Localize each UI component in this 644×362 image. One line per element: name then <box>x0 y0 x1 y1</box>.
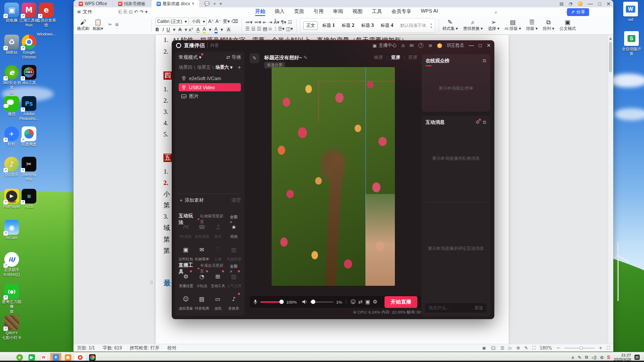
menu-item-视图[interactable]: 视图 <box>352 8 362 16</box>
eye-icon[interactable]: ◉ <box>482 346 486 350</box>
layout-icon[interactable]: ▤ <box>560 1 564 6</box>
microphone-icon[interactable] <box>253 299 258 305</box>
desktop-icon-qinyy[interactable]: QINYY 七彩小灯卡 <box>2 315 22 340</box>
live-companion[interactable]: ✦ <box>50 353 61 362</box>
tray-clock[interactable]: 21:27 2025/4/28 <box>614 353 631 362</box>
director-toggle[interactable]: ⇄ 导播 <box>226 54 241 61</box>
mode-select[interactable]: 常规模式 ▾ <box>179 54 202 61</box>
ribbon-group-选择[interactable]: ➢选择 ▾ <box>488 19 499 32</box>
zoom-slider[interactable] <box>564 348 595 349</box>
messages-popout-icon[interactable]: ⧉ <box>483 120 486 125</box>
menu-item-插入[interactable]: 插入 <box>275 8 285 16</box>
desktop-icon-worddoc[interactable]: Wuid <box>619 2 642 22</box>
menu-item-审阅[interactable]: 审阅 <box>333 8 343 16</box>
speaker-icon[interactable] <box>302 299 308 304</box>
tools-人气王牌[interactable]: ▨人气王牌 <box>226 271 242 289</box>
stream-title[interactable]: 标题还没有想好~ ✎ <box>264 55 308 61</box>
desktop-icon-exceldoc[interactable]: S全自动版计算 <box>620 31 643 56</box>
tools-小玩法[interactable]: ◔小玩法 <box>194 271 210 289</box>
desktop-icon-ivcam[interactable]: iVCam <box>2 220 22 240</box>
source-item[interactable]: e2eSoft iVCam <box>179 74 241 82</box>
chat-bubble-icon[interactable]: ✉ <box>410 43 413 48</box>
live-close-button[interactable]: ✕ <box>487 42 491 48</box>
scene-tab-场景四[interactable]: 场景四 <box>179 65 192 71</box>
obs-app[interactable] <box>74 353 86 362</box>
paragraph-icons-row2[interactable]: ☰ ☱ ☲ ▤ ⌸ ⋮☰▾ ◫▾ <box>245 26 293 32</box>
notification-center-icon[interactable]: ▤ <box>634 355 640 360</box>
clipboard-small-icons[interactable]: ✂⧉ <box>106 22 148 29</box>
mirror-flip-icon[interactable]: ⇄ <box>358 299 362 305</box>
live-maximize-button[interactable]: □ <box>479 42 482 48</box>
headset-icon[interactable]: ∩ <box>401 43 405 48</box>
wps-office[interactable]: W <box>38 353 49 362</box>
gallery-scroll-arrows[interactable]: ▴ ▾ <box>430 22 432 29</box>
style-chip[interactable]: 标题 3 <box>359 21 376 29</box>
orientation-竖屏[interactable]: 竖屏 <box>391 55 400 61</box>
add-material-button[interactable]: ＋ 添加素材 <box>179 197 204 204</box>
tools-直播设置[interactable]: ⚙直播设置 <box>178 271 194 289</box>
file-menu[interactable]: ≡ 文件 <box>77 9 92 15</box>
style-chip[interactable]: 正文 <box>303 21 318 30</box>
messages-settings-icon[interactable]: ⚙ <box>475 120 480 125</box>
interact-语音连线[interactable]: ☎语音连线 <box>194 221 210 239</box>
share-button[interactable]: ⇗ 分享 <box>567 8 589 16</box>
menu-item-页面[interactable]: 页面 <box>294 8 304 16</box>
status-item[interactable]: 字数: 619 <box>103 345 122 350</box>
clear-button[interactable]: 清空 <box>231 197 241 204</box>
scene-tab-场景六[interactable]: 场景六 ▾ <box>215 65 233 71</box>
interact-心愿[interactable]: ♡心愿 <box>210 244 226 262</box>
zoom-out-button[interactable]: − <box>556 346 560 350</box>
settings-gear-icon[interactable]: ⚙ <box>373 299 378 305</box>
tray-expand-icon[interactable]: ∧ <box>571 355 574 360</box>
source-item[interactable]: USB3 Video <box>179 83 241 91</box>
wps-tab[interactable]: W找靠壳模板 <box>113 0 151 7</box>
interact-音乐[interactable]: ♫音乐 <box>210 221 226 239</box>
color-wheel-app[interactable] <box>87 353 98 362</box>
help-icon[interactable]: ? <box>418 43 423 48</box>
wps-close-button[interactable]: ✕ <box>606 1 611 7</box>
scrollbar-thumb[interactable] <box>609 42 612 72</box>
status-item[interactable]: 页面: 1/1 <box>77 345 95 350</box>
desktop-icon-baidupan[interactable]: 百度网盘 <box>19 126 39 147</box>
quick-access-toolbar[interactable]: ⎗ ⎘ ⎙ ↶ ↷ ▾ <box>118 9 147 15</box>
interact-礼物投票[interactable]: ▥礼物投票 <box>226 244 242 262</box>
interact-福袋[interactable]: ★福袋 <box>226 221 242 239</box>
green-app[interactable]: ▶ <box>26 353 37 362</box>
ribbon-group-AI 排版[interactable]: ▤AI 排版 ▾ <box>505 19 521 32</box>
wps-tab[interactable]: W最新搭建.docx× <box>151 0 200 7</box>
web-view-icon[interactable]: ⊕ <box>516 346 520 350</box>
format-painter-button[interactable]: 🖌格式刷 <box>77 19 90 32</box>
paragraph-icons-row1[interactable]: ≔▾ ≕▾ ⇤ ⇥ A̐▾ ¶▾ ☷ <box>245 19 293 25</box>
orientation-双屏[interactable]: 双屏 <box>408 55 417 61</box>
stream-preview[interactable]: ✛ <box>272 67 395 286</box>
tray-360-icon[interactable]: S <box>607 355 610 360</box>
menu-icon[interactable]: ≡ <box>428 43 432 48</box>
style-chip[interactable]: 标题 4 <box>378 21 396 29</box>
popout-icon[interactable]: ⧉ <box>483 58 486 64</box>
tab-list-chevron-icon[interactable]: ▾ <box>220 1 222 6</box>
menu-item-开始[interactable]: 开始 <box>255 8 265 16</box>
status-item[interactable]: 拼写检查: 打开 <box>130 345 160 350</box>
menu-item-工具[interactable]: 工具 <box>372 8 382 16</box>
wps-minimize-button[interactable]: — <box>588 1 593 7</box>
style-chip[interactable]: 标题 1 <box>320 21 337 29</box>
status-item[interactable]: 校对 <box>167 345 176 350</box>
tab-close-icon[interactable]: × <box>192 1 194 6</box>
beauty-icon[interactable]: ☺ <box>350 299 356 305</box>
tools-抖音电商[interactable]: ▤抖音电商 <box>194 293 210 311</box>
ribbon-group-公文模式[interactable]: ▣公文模式 <box>559 19 576 32</box>
tools-游戏[interactable]: ▭游戏 <box>210 293 226 311</box>
font-name-select[interactable]: Calibri (正文)▾ <box>155 18 189 26</box>
menu-item-WPS AI[interactable]: WPS AI <box>421 8 438 16</box>
anchor-center-button[interactable]: ▣主播中心 <box>372 42 397 48</box>
tray-settings-icon[interactable]: ⊜ <box>600 355 603 360</box>
paragraph-drag-handle[interactable]: ⠿ <box>150 280 153 286</box>
desktop-icon-obs[interactable]: OBSobs工具 <box>19 65 39 85</box>
tools-音效库[interactable]: ♪音效库 <box>226 293 242 311</box>
style-chip[interactable]: 标题 2 <box>339 21 357 29</box>
style-chip[interactable]: 默认段落字体 <box>397 22 429 29</box>
live-user-avatar[interactable] <box>437 43 442 48</box>
orange-app[interactable]: ◉ <box>62 353 74 362</box>
mic-slider[interactable] <box>260 301 284 303</box>
fullscreen-icon[interactable]: ⛶ <box>607 346 610 351</box>
